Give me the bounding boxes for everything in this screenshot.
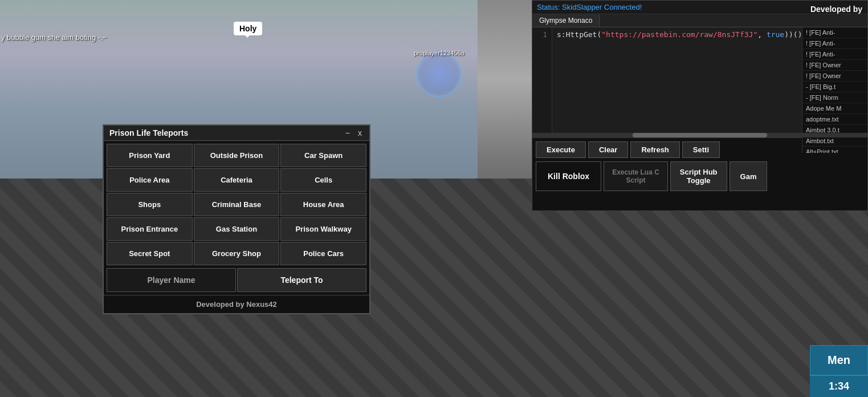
teleport-player-row: Player Name Teleport To bbox=[104, 268, 369, 295]
bottom-right-ui: Men 1:34 bbox=[810, 345, 868, 397]
file-item[interactable]: - [FE] Big.t bbox=[802, 82, 867, 92]
character-bubble-effect bbox=[416, 51, 462, 97]
player-username: proplayer123456o bbox=[414, 50, 464, 56]
scrollbar-thumb bbox=[633, 133, 767, 137]
btn-cells[interactable]: Cells bbox=[280, 168, 366, 192]
menu-button[interactable]: Men bbox=[810, 345, 868, 375]
btn-secret-spot[interactable]: Secret Spot bbox=[107, 242, 193, 265]
executor-tabs: Glympse Monaco bbox=[532, 14, 867, 27]
dev-label-top-right: Developed by bbox=[805, 5, 868, 14]
chat-bubble: Holy bbox=[234, 22, 262, 35]
script-hub-toggle-button[interactable]: Script HubToggle bbox=[670, 161, 727, 191]
close-button[interactable]: x bbox=[356, 128, 364, 137]
time-display: 1:34 bbox=[810, 375, 868, 397]
clear-button[interactable]: Clear bbox=[588, 141, 629, 158]
kill-roblox-button[interactable]: Kill Roblox bbox=[536, 161, 601, 191]
file-item[interactable]: ! [FE] Anti- bbox=[802, 49, 867, 60]
btn-outside-prison[interactable]: Outside Prison bbox=[194, 144, 280, 167]
btn-prison-yard[interactable]: Prison Yard bbox=[107, 144, 193, 167]
btn-prison-entrance[interactable]: Prison Entrance bbox=[107, 217, 193, 241]
execute-button[interactable]: Execute bbox=[536, 141, 586, 158]
line-numbers: 1 bbox=[532, 27, 552, 133]
file-item[interactable]: ! [FE] Anti- bbox=[802, 38, 867, 49]
file-item[interactable]: ! [FE] Owner bbox=[802, 60, 867, 71]
file-item[interactable]: Adope Me M bbox=[802, 103, 867, 114]
settings-button[interactable]: Setti bbox=[682, 141, 720, 158]
btn-car-spawn[interactable]: Car Spawn bbox=[280, 144, 366, 167]
player-name-field[interactable]: Player Name bbox=[107, 268, 236, 292]
game-button[interactable]: Gam bbox=[730, 161, 768, 191]
file-item[interactable]: ! [FE] Anti- bbox=[802, 27, 867, 38]
executor-tab-glympse[interactable]: Glympse Monaco bbox=[532, 14, 600, 27]
teleport-window: Prison Life Teleports − x Prison Yard Ou… bbox=[103, 124, 370, 314]
line-1: 1 bbox=[537, 30, 547, 39]
minimize-button[interactable]: − bbox=[344, 128, 352, 137]
teleport-titlebar: Prison Life Teleports − x bbox=[104, 125, 369, 141]
btn-cafeteria[interactable]: Cafeteria bbox=[194, 168, 280, 192]
file-item[interactable]: adoptme.txt bbox=[802, 114, 867, 125]
btn-house-area[interactable]: House Area bbox=[280, 193, 366, 216]
executor-panel: Status: SkidSlapper Connected! Glympse M… bbox=[532, 0, 868, 211]
window-controls: − x bbox=[344, 128, 364, 137]
teleport-developed-by: Developed by Nexus42 bbox=[104, 295, 369, 313]
file-item[interactable]: ! [FE] Owner bbox=[802, 71, 867, 82]
refresh-button[interactable]: Refresh bbox=[630, 141, 679, 158]
teleport-window-title: Prison Life Teleports bbox=[109, 128, 188, 137]
btn-police-area[interactable]: Police Area bbox=[107, 168, 193, 192]
btn-criminal-base[interactable]: Criminal Base bbox=[194, 193, 280, 216]
file-item[interactable]: Alt+Print.txt bbox=[802, 147, 867, 153]
btn-police-cars[interactable]: Police Cars bbox=[280, 242, 366, 265]
teleport-button-grid: Prison Yard Outside Prison Car Spawn Pol… bbox=[104, 141, 369, 268]
teleport-to-button[interactable]: Teleport To bbox=[237, 268, 366, 292]
btn-gas-station[interactable]: Gas Station bbox=[194, 217, 280, 241]
btn-shops[interactable]: Shops bbox=[107, 193, 193, 216]
btn-prison-walkway[interactable]: Prison Walkway bbox=[280, 217, 366, 241]
file-item[interactable]: - [FE] Norm bbox=[802, 92, 867, 103]
btn-grocery-shop[interactable]: Grocery Shop bbox=[194, 242, 280, 265]
execute-lua-button[interactable]: Execute Lua CScript bbox=[604, 161, 668, 191]
scrollbar[interactable] bbox=[532, 133, 867, 137]
chat-message: y bubble gum she aim boting -.− bbox=[1, 33, 107, 42]
